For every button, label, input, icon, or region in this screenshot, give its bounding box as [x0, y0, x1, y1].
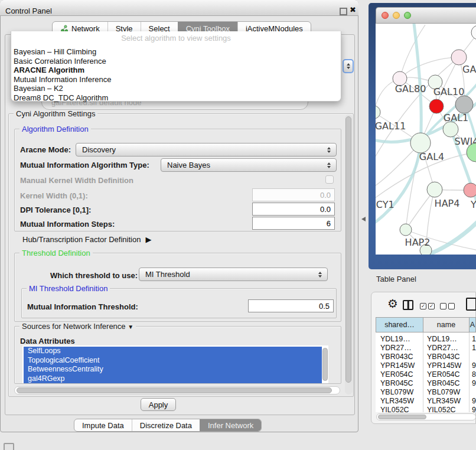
settings-vertical-scrollbar[interactable] — [345, 115, 353, 394]
table-row[interactable]: YER054CYER054C8. — [376, 370, 476, 379]
node-swi4[interactable] — [443, 122, 458, 137]
sources-title: Sources for Network Inference ▼ — [19, 322, 136, 331]
node-gal[interactable] — [451, 50, 467, 65]
stepper-arrows-icon — [327, 162, 331, 168]
screen: Control Panel ✖ Network Style Select Cyn… — [0, 0, 476, 450]
split-columns-icon[interactable] — [403, 300, 413, 310]
minimize-traffic-light-icon[interactable] — [393, 12, 400, 19]
node-gal11[interactable] — [376, 106, 380, 119]
control-panel-title: Control Panel — [5, 6, 52, 15]
algorithm-definition-title: Algorithm Definition — [19, 125, 91, 133]
settings-horizontal-scrollbar[interactable] — [14, 386, 340, 394]
unchecked-box-icon — [440, 303, 446, 309]
attribute-item[interactable]: SelfLoops — [24, 347, 322, 356]
close-icon[interactable]: ✖ — [350, 5, 356, 14]
table-row[interactable]: YDR27…YDR27…12 — [376, 344, 476, 353]
kernel-width-field[interactable]: 0.0 — [252, 188, 335, 201]
table-row[interactable]: YDL19…YDL19…13 — [376, 335, 476, 344]
column-header-partial[interactable]: A — [469, 317, 476, 332]
collapse-down-icon[interactable]: ▼ — [128, 324, 133, 330]
checked-box-icon: ✓ — [420, 303, 426, 309]
threshold-definition-title: Threshold Definition — [19, 249, 93, 257]
which-threshold-select[interactable]: MI Threshold — [139, 268, 328, 281]
column-header-name[interactable]: name — [423, 317, 470, 332]
which-threshold-label: Which threshold to use: — [50, 271, 138, 280]
table-row[interactable]: YBR043CYBR043C — [376, 353, 476, 361]
mi-threshold-group-title: MI Threshold Definition — [27, 284, 110, 293]
node-hap2[interactable] — [400, 224, 412, 236]
node[interactable] — [471, 25, 476, 40]
table-row[interactable]: YPR145WYPR145W9. — [376, 361, 476, 370]
network-graph: GAL GAL80 GAL10 GAL1 SWI4 GAL11 GAL4 GCY… — [376, 24, 476, 255]
manual-kernel-label: Manual Kernel Width Definition — [20, 176, 133, 185]
node[interactable] — [455, 96, 473, 113]
zoom-traffic-light-icon[interactable] — [404, 12, 411, 19]
aracne-mode-label: Aracne Mode: — [20, 145, 71, 154]
table-body: YDL19…YDL19…13 YDR27…YDR27…12 YBR043CYBR… — [376, 332, 476, 412]
settings-hscrollbar-thumb[interactable] — [17, 387, 332, 393]
mi-threshold-label: Mutual Information Threshold: — [27, 302, 138, 311]
close-traffic-light-icon[interactable] — [382, 12, 389, 19]
mi-steps-field[interactable]: 6 — [252, 217, 335, 230]
hub-definition-expander[interactable]: Hub/Transcription Factor Definition ▶ — [22, 235, 151, 244]
float-window-icon[interactable] — [340, 8, 347, 15]
network-window-titlebar[interactable] — [376, 7, 476, 24]
attribute-item[interactable]: gal4RGexp — [24, 374, 322, 384]
bottom-tabbar: Impute Data Discretize Data Infer Networ… — [74, 419, 262, 432]
node-gal1[interactable] — [429, 99, 444, 113]
mi-type-label: Mutual Information Algorithm Type: — [20, 161, 149, 169]
algorithm-option[interactable]: Dream8 DC_TDC Algorithm — [11, 93, 341, 102]
manual-kernel-checkbox[interactable] — [325, 175, 334, 184]
attribute-item[interactable]: BetweennessCentrality — [24, 365, 322, 374]
table-hscrollbar-thumb[interactable] — [378, 415, 426, 419]
node-label: Y — [470, 199, 476, 210]
attribute-item[interactable]: TopologicalCoefficient — [24, 356, 322, 366]
table-row[interactable]: YBR045CYBR045C9. — [376, 379, 476, 388]
select-all-columns-icon[interactable]: ✓ ✓ — [420, 303, 435, 309]
algorithm-option[interactable]: Bayesian – K2 — [11, 83, 341, 93]
dpi-tolerance-field[interactable]: 0.0 — [252, 203, 335, 216]
mi-threshold-field[interactable]: 0.5 — [248, 299, 334, 312]
mouse-cursor — [361, 217, 366, 221]
table-horizontal-scrollbar[interactable] — [376, 413, 476, 420]
node-gal4[interactable] — [410, 133, 431, 153]
data-attributes-list: SelfLoops TopologicalCoefficient Between… — [22, 345, 328, 383]
algorithm-option[interactable]: Basic Correlation Inference — [11, 56, 341, 66]
algorithm-option[interactable]: Mutual Information Inference — [11, 74, 341, 84]
node-y[interactable] — [464, 183, 476, 197]
mi-type-select[interactable]: Naive Bayes — [161, 158, 337, 172]
export-table-icon[interactable] — [466, 298, 476, 311]
node-label: GAL80 — [395, 83, 426, 94]
aracne-mode-select[interactable]: Discovery — [76, 143, 337, 156]
algorithm-dropdown-popup: Select algorithm to view settings Bayesi… — [11, 31, 341, 102]
table-row[interactable]: YLR345WYLR345W9. — [376, 397, 476, 406]
network-canvas[interactable]: GAL GAL80 GAL10 GAL1 SWI4 GAL11 GAL4 GCY… — [376, 24, 476, 255]
node-label: GCY1 — [376, 199, 395, 210]
node-label: HAP4 — [435, 198, 460, 209]
algorithm-option[interactable]: Bayesian – Hill Climbing — [11, 47, 341, 56]
node-label: GAL10 — [433, 86, 465, 97]
stepper-arrows-icon — [318, 272, 322, 278]
settings-scrollbar-thumb[interactable] — [345, 116, 351, 383]
deselect-all-columns-icon[interactable] — [440, 303, 455, 309]
attributes-scrollbar-thumb[interactable] — [322, 348, 328, 381]
tab-impute-data[interactable]: Impute Data — [74, 419, 132, 431]
focused-stepper-fragment[interactable] — [343, 59, 354, 73]
apply-button[interactable]: Apply — [141, 398, 176, 411]
data-attributes-label: Data Attributes — [20, 337, 75, 345]
algorithm-placeholder: Select algorithm to view settings — [11, 34, 341, 43]
minimized-panel-icon[interactable] — [4, 443, 14, 450]
checked-box-icon: ✓ — [428, 303, 435, 309]
column-header-shared[interactable]: shared… — [376, 317, 423, 332]
tab-discretize-data[interactable]: Discretize Data — [132, 419, 200, 431]
algorithm-option-selected[interactable]: ARACNE Algorithm — [11, 65, 341, 74]
gear-icon[interactable]: ⚙ — [387, 298, 398, 309]
stepper-arrows-icon — [327, 147, 331, 153]
expand-right-icon: ▶ — [145, 235, 151, 244]
tab-infer-network[interactable]: Infer Network — [200, 419, 261, 431]
table-row[interactable]: YBL079WYBL079W — [376, 388, 476, 397]
node-hap4[interactable] — [427, 182, 442, 197]
table-panel-title: Table Panel — [376, 275, 416, 283]
table-row[interactable]: YIL052CYIL052C9 — [376, 406, 476, 412]
control-panel-titlebar[interactable] — [0, 0, 358, 16]
